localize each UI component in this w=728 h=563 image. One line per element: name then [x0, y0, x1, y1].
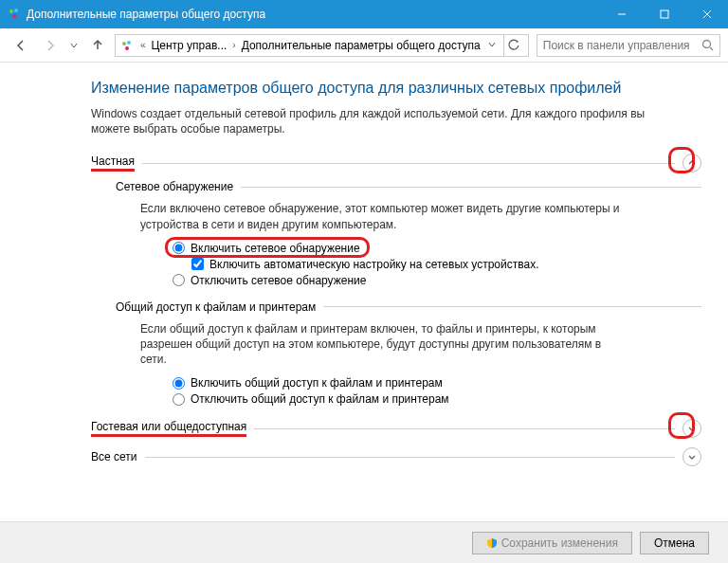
subsection-file-sharing: Общий доступ к файлам и принтерам Если о…: [116, 300, 701, 407]
page-heading: Изменение параметров общего доступа для …: [91, 80, 701, 97]
svg-rect-4: [661, 10, 668, 18]
svg-point-1: [14, 9, 18, 12]
highlight-annotation: [668, 147, 695, 173]
back-button[interactable]: [8, 33, 33, 58]
up-button[interactable]: [85, 33, 111, 58]
radio-disable-fileshare[interactable]: Отключить общий доступ к файлам и принте…: [173, 392, 701, 406]
section-private: Частная Сетевое обнаружение Если включен…: [91, 154, 701, 406]
svg-point-7: [122, 42, 126, 45]
breadcrumb-seg-1[interactable]: Центр управ...: [147, 39, 230, 52]
location-icon: [119, 38, 135, 53]
recent-dropdown[interactable]: [66, 33, 82, 58]
chevron-right-icon: ›: [230, 40, 237, 50]
file-sharing-desc: Если общий доступ к файлам и принтерам в…: [140, 321, 624, 368]
svg-point-9: [125, 46, 129, 50]
search-box[interactable]: [537, 34, 720, 57]
breadcrumb-root-arrow[interactable]: «: [138, 40, 148, 50]
radio-enable-fileshare-label: Включить общий доступ к файлам и принтер…: [191, 376, 443, 390]
section-guest: Гостевая или общедоступная: [91, 419, 701, 438]
close-button[interactable]: [685, 0, 728, 28]
section-guest-header[interactable]: Гостевая или общедоступная: [91, 419, 701, 438]
svg-line-11: [710, 47, 713, 50]
file-sharing-title: Общий доступ к файлам и принтерам: [116, 300, 316, 314]
cancel-button-label: Отмена: [654, 536, 695, 550]
shield-icon: [486, 537, 498, 549]
breadcrumb-bar[interactable]: « Центр управ... › Дополнительные параме…: [115, 34, 529, 57]
radio-enable-discovery-input[interactable]: [173, 242, 185, 254]
maximize-button[interactable]: [643, 0, 685, 28]
footer-bar: Сохранить изменения Отмена: [0, 521, 728, 563]
expand-chevron-all[interactable]: [682, 447, 701, 466]
svg-point-10: [702, 40, 710, 47]
section-private-header[interactable]: Частная: [91, 154, 701, 173]
save-button-label: Сохранить изменения: [501, 536, 618, 550]
subsection-network-discovery: Сетевое обнаружение Если включено сетево…: [116, 180, 701, 286]
section-all-networks: Все сети: [91, 447, 701, 466]
radio-enable-discovery-label: Включить сетевое обнаружение: [191, 242, 360, 255]
checkbox-auto-setup-label: Включить автоматическую настройку на сет…: [209, 258, 539, 271]
radio-disable-fileshare-input[interactable]: [173, 393, 185, 406]
svg-point-8: [127, 41, 131, 45]
control-panel-icon: [8, 7, 21, 23]
forward-button[interactable]: [37, 33, 63, 58]
radio-enable-discovery[interactable]: Включить сетевое обнаружение: [173, 242, 360, 255]
section-private-label: Частная: [91, 154, 135, 172]
radio-disable-discovery-input[interactable]: [173, 274, 185, 286]
search-input[interactable]: [543, 39, 698, 52]
svg-point-2: [12, 14, 16, 18]
minimize-button[interactable]: [600, 0, 643, 28]
checkbox-auto-setup-input[interactable]: [191, 258, 204, 270]
breadcrumb-history-dropdown[interactable]: [484, 40, 500, 50]
radio-enable-fileshare-input[interactable]: [173, 377, 185, 390]
radio-enable-fileshare[interactable]: Включить общий доступ к файлам и принтер…: [173, 376, 701, 390]
radio-disable-discovery[interactable]: Отключить сетевое обнаружение: [173, 274, 701, 287]
network-discovery-title: Сетевое обнаружение: [116, 180, 233, 193]
page-subheading: Windows создает отдельный сетевой профил…: [91, 106, 650, 136]
refresh-button[interactable]: [503, 35, 524, 56]
highlight-annotation: [668, 412, 695, 439]
radio-disable-fileshare-label: Отключить общий доступ к файлам и принте…: [191, 392, 449, 406]
network-discovery-desc: Если включено сетевое обнаружение, этот …: [140, 201, 624, 231]
breadcrumb-seg-2[interactable]: Дополнительные параметры общего доступа: [238, 39, 484, 52]
save-button[interactable]: Сохранить изменения: [472, 532, 632, 554]
content-area: Изменение параметров общего доступа для …: [0, 63, 728, 527]
svg-point-0: [9, 9, 13, 13]
section-guest-label: Гостевая или общедоступная: [91, 420, 246, 437]
navigation-bar: « Центр управ... › Дополнительные параме…: [0, 28, 728, 63]
window-title: Дополнительные параметры общего доступа: [27, 8, 600, 21]
cancel-button[interactable]: Отмена: [640, 532, 709, 554]
section-all-header[interactable]: Все сети: [91, 447, 701, 466]
section-all-label: Все сети: [91, 450, 137, 463]
radio-disable-discovery-label: Отключить сетевое обнаружение: [191, 274, 366, 287]
titlebar: Дополнительные параметры общего доступа: [0, 0, 728, 28]
checkbox-auto-setup[interactable]: Включить автоматическую настройку на сет…: [191, 258, 701, 271]
search-icon: [701, 39, 714, 52]
